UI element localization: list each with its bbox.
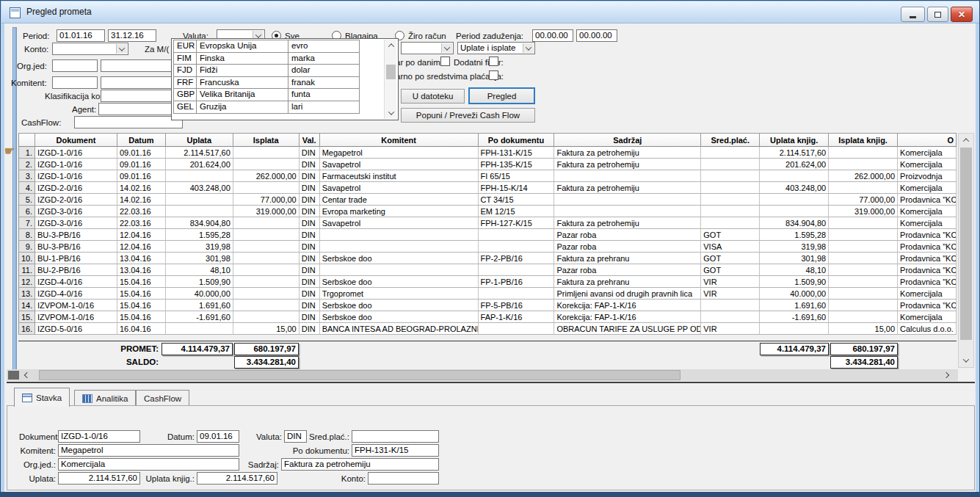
- grid-header-Dokument[interactable]: Dokument: [35, 134, 117, 147]
- grid-header-selector[interactable]: [19, 134, 35, 147]
- grid-cell[interactable]: 13.: [19, 288, 35, 300]
- grid-cell[interactable]: Prodavnica "KC: [898, 194, 957, 206]
- grid-cell[interactable]: BU-2-PB/16: [35, 264, 117, 276]
- grid-cell[interactable]: 319,98: [166, 241, 233, 253]
- grid-cell[interactable]: Centar trade: [320, 194, 479, 206]
- grid-cell[interactable]: 15.04.16: [117, 300, 166, 311]
- grid-cell[interactable]: -1.691,60: [760, 311, 829, 323]
- grid-cell[interactable]: DIN: [300, 182, 320, 194]
- grid-cell[interactable]: [701, 182, 760, 194]
- grid-cell[interactable]: 5.: [19, 194, 35, 206]
- grid-cell[interactable]: [233, 229, 300, 241]
- grid-cell[interactable]: [701, 206, 760, 217]
- grid-cell[interactable]: DIN: [300, 300, 320, 311]
- grid-cell[interactable]: DIN: [300, 206, 320, 217]
- grid-cell[interactable]: Korekcija: FAP-1-K/16: [554, 300, 701, 311]
- scrollbar-thumb[interactable]: [386, 65, 396, 79]
- grid-cell[interactable]: Prodavnica "KC: [898, 229, 957, 241]
- grid-cell[interactable]: Prodavnica "KC: [898, 264, 957, 276]
- grid-cell[interactable]: VIR: [701, 323, 760, 335]
- table-row[interactable]: 9.BU-3-PB/1612.04.16319,98DINPazar robaV…: [19, 241, 957, 253]
- grid-cell[interactable]: DIN: [300, 311, 320, 323]
- detail-dokument-input[interactable]: IZGD-1-0/16: [58, 430, 140, 443]
- grid-cell[interactable]: 7.: [19, 217, 35, 229]
- grid-cell[interactable]: Savapetrol: [320, 217, 479, 229]
- detail-uplata-knjig-input[interactable]: 2.114.517,60: [197, 472, 277, 485]
- grid-cell[interactable]: 16.: [19, 323, 35, 335]
- grid-cell[interactable]: [829, 311, 898, 323]
- grid-cell[interactable]: 8.: [19, 229, 35, 241]
- grid-cell[interactable]: DIN: [300, 217, 320, 229]
- grid-cell[interactable]: Prodavnica "KC: [898, 300, 957, 311]
- grid-cell[interactable]: 22.03.16: [117, 217, 166, 229]
- grid-header-Uplata[interactable]: Uplata: [166, 134, 233, 147]
- grid-cell[interactable]: 301,98: [166, 253, 233, 264]
- grid-header-O[interactable]: O: [898, 134, 957, 147]
- grid-cell[interactable]: 15,00: [829, 323, 898, 335]
- grid-cell[interactable]: OBRACUN TARIFE ZA USLUGE PP OD 21.0: [554, 323, 701, 335]
- grid-cell[interactable]: Trgopromet: [320, 288, 479, 300]
- grid-cell[interactable]: 403.248,00: [760, 182, 829, 194]
- grid-cell[interactable]: 319.000,00: [829, 206, 898, 217]
- grid-cell[interactable]: 301,98: [760, 253, 829, 264]
- detail-valuta-input[interactable]: DIN: [284, 430, 307, 443]
- grid-cell[interactable]: [479, 229, 555, 241]
- grid-cell[interactable]: IZGD-2-0/16: [35, 194, 117, 206]
- grid-cell[interactable]: IZVPOM-1-0/16: [35, 311, 117, 323]
- grid-cell[interactable]: BU-3-PB/16: [35, 229, 117, 241]
- grid-cell[interactable]: BANCA INTESA AD BEOGRAD-PROLAZNI RA: [320, 323, 479, 335]
- agent-input[interactable]: [98, 103, 183, 115]
- grid-cell[interactable]: Savapetrol: [320, 182, 479, 194]
- grid-cell[interactable]: [829, 182, 898, 194]
- grid-cell[interactable]: 403.248,00: [166, 182, 233, 194]
- grid-cell[interactable]: 14.: [19, 300, 35, 311]
- grid-cell[interactable]: IZGD-2-0/16: [35, 182, 117, 194]
- grid-cell[interactable]: DIN: [300, 229, 320, 241]
- grid-cell[interactable]: 1.595,28: [760, 229, 829, 241]
- grid-cell[interactable]: Calculus d.o.o.: [898, 323, 957, 335]
- grid-cell[interactable]: FP-1-PB/16: [479, 276, 555, 288]
- grid-cell[interactable]: Faktura za petrohemiju: [554, 159, 701, 170]
- grid-cell[interactable]: Pazar roba: [554, 264, 701, 276]
- grid-cell[interactable]: 834.904,80: [760, 217, 829, 229]
- grid-cell[interactable]: [320, 229, 479, 241]
- org-jed-code-input[interactable]: [52, 59, 98, 72]
- grid-cell[interactable]: 2.114.517,60: [760, 147, 829, 159]
- grid-cell[interactable]: [233, 300, 300, 311]
- grid-cell[interactable]: Proizvodnja: [898, 170, 957, 182]
- grid-cell[interactable]: 11.: [19, 264, 35, 276]
- grid-cell[interactable]: FPH-127-K/15: [479, 217, 555, 229]
- grid-cell[interactable]: VISA: [701, 241, 760, 253]
- grid-cell[interactable]: [829, 300, 898, 311]
- grid-header-Isplata knjig.[interactable]: Isplata knjig.: [829, 134, 898, 147]
- grid-cell[interactable]: VIR: [701, 276, 760, 288]
- tab-stavka[interactable]: Stavka: [14, 388, 70, 407]
- konto-combobox[interactable]: [52, 43, 128, 55]
- grid-cell[interactable]: Farmaceutski institut: [320, 170, 479, 182]
- period-zaduzenja-to-input[interactable]: 00.00.00: [576, 29, 617, 42]
- tab-analitika[interactable]: Analitika: [74, 390, 136, 406]
- grid-cell[interactable]: Faktura za prehranu: [554, 253, 701, 264]
- currency-dropdown-scrollbar[interactable]: [384, 40, 396, 119]
- grid-cell[interactable]: Korekcija: FAP-1-K/16: [554, 311, 701, 323]
- currency-dropdown-list[interactable]: EUREvropska UnijaevroFIMFinskamarkaFJDFi…: [171, 38, 399, 120]
- grid-cell[interactable]: Savapetrol: [320, 159, 479, 170]
- scrollbar-thumb[interactable]: [39, 370, 680, 380]
- grid-cell[interactable]: EM 12/15: [479, 206, 555, 217]
- grid-cell[interactable]: IZGD-3-0/16: [35, 217, 117, 229]
- pregled-button[interactable]: Pregled: [468, 87, 535, 104]
- uplate-isplate-combobox[interactable]: Uplate i isplate: [457, 42, 535, 54]
- grid-cell[interactable]: 319,98: [760, 241, 829, 253]
- grid-header-Po dokumentu[interactable]: Po dokumentu: [479, 134, 555, 147]
- scrollbar-splitter-box[interactable]: [8, 371, 19, 380]
- grid-cell[interactable]: Komercijala: [898, 311, 957, 323]
- grid-cell[interactable]: IZGD-1-0/16: [35, 170, 117, 182]
- scroll-left-icon[interactable]: [21, 369, 33, 381]
- grid-cell[interactable]: DIN: [300, 276, 320, 288]
- scrollbar-thumb[interactable]: [960, 148, 972, 340]
- po-danima-checkbox[interactable]: [440, 57, 450, 66]
- grid-cell[interactable]: 15.04.16: [117, 288, 166, 300]
- grid-cell[interactable]: 48,10: [760, 264, 829, 276]
- grid-cell[interactable]: Faktura za petrohemiju: [554, 217, 701, 229]
- grid-cell[interactable]: -1.691,60: [166, 311, 233, 323]
